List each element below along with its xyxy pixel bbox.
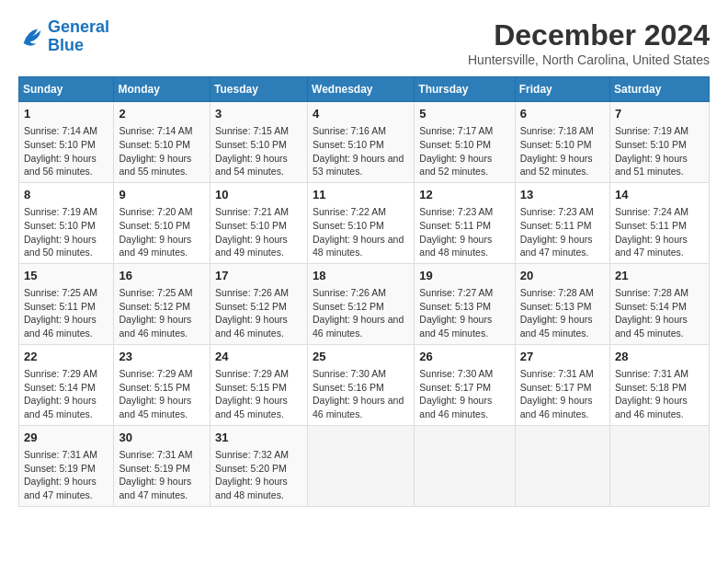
- daylight-label: Daylight: 9 hours and 55 minutes.: [119, 153, 191, 178]
- daylight-label: Daylight: 9 hours and 46 minutes.: [119, 314, 191, 339]
- daylight-label: Daylight: 9 hours and 52 minutes.: [520, 153, 593, 178]
- day-number: 24: [215, 349, 302, 365]
- sunrise-label: Sunrise: 7:19 AM: [615, 125, 688, 136]
- daylight-label: Daylight: 9 hours and 50 minutes.: [24, 234, 97, 259]
- sunrise-label: Sunrise: 7:26 AM: [215, 287, 289, 298]
- sunset-label: Sunset: 5:12 PM: [215, 301, 287, 312]
- day-number: 27: [520, 349, 605, 365]
- calendar-cell: 13Sunrise: 7:23 AMSunset: 5:11 PMDayligh…: [515, 182, 609, 263]
- sunrise-label: Sunrise: 7:19 AM: [24, 206, 97, 217]
- calendar-cell: 28Sunrise: 7:31 AMSunset: 5:18 PMDayligh…: [610, 344, 710, 425]
- daylight-label: Daylight: 9 hours and 45 minutes.: [24, 395, 97, 419]
- calendar-week-row: 8Sunrise: 7:19 AMSunset: 5:10 PMDaylight…: [19, 182, 710, 263]
- day-number: 29: [24, 430, 108, 446]
- sunrise-label: Sunrise: 7:25 AM: [24, 287, 97, 298]
- daylight-label: Daylight: 9 hours and 45 minutes.: [215, 395, 288, 419]
- calendar-cell: 21Sunrise: 7:28 AMSunset: 5:14 PMDayligh…: [610, 263, 710, 344]
- col-monday: Monday: [114, 77, 210, 102]
- sunset-label: Sunset: 5:10 PM: [313, 139, 384, 150]
- day-number: 28: [615, 349, 704, 365]
- day-number: 2: [119, 106, 205, 122]
- col-tuesday: Tuesday: [210, 77, 308, 102]
- day-number: 6: [520, 106, 605, 122]
- day-number: 30: [119, 430, 205, 446]
- sunset-label: Sunset: 5:10 PM: [520, 139, 592, 150]
- daylight-label: Daylight: 9 hours and 47 minutes.: [615, 234, 688, 259]
- calendar-cell: 19Sunrise: 7:27 AMSunset: 5:13 PMDayligh…: [415, 263, 515, 344]
- calendar-cell: 25Sunrise: 7:30 AMSunset: 5:16 PMDayligh…: [308, 344, 415, 425]
- header: General Blue December 2024 Huntersville,…: [18, 18, 710, 67]
- sunrise-label: Sunrise: 7:31 AM: [24, 449, 97, 460]
- day-number: 10: [215, 187, 302, 203]
- day-number: 21: [615, 268, 704, 284]
- sunset-label: Sunset: 5:10 PM: [119, 220, 190, 231]
- sunrise-label: Sunrise: 7:14 AM: [119, 125, 192, 136]
- sunset-label: Sunset: 5:19 PM: [24, 463, 96, 474]
- calendar-cell: 24Sunrise: 7:29 AMSunset: 5:15 PMDayligh…: [210, 344, 308, 425]
- sunset-label: Sunset: 5:11 PM: [615, 220, 687, 231]
- day-number: 18: [313, 268, 409, 284]
- daylight-label: Daylight: 9 hours and 48 minutes.: [215, 476, 288, 500]
- sunrise-label: Sunrise: 7:15 AM: [215, 125, 289, 136]
- calendar-cell: 31Sunrise: 7:32 AMSunset: 5:20 PMDayligh…: [210, 425, 308, 506]
- calendar-cell: 2Sunrise: 7:14 AMSunset: 5:10 PMDaylight…: [114, 102, 210, 183]
- day-number: 15: [24, 268, 108, 284]
- sunrise-label: Sunrise: 7:22 AM: [313, 206, 386, 217]
- sunrise-label: Sunrise: 7:31 AM: [615, 368, 688, 379]
- sunset-label: Sunset: 5:12 PM: [119, 301, 190, 312]
- daylight-label: Daylight: 9 hours and 47 minutes.: [520, 234, 593, 259]
- calendar-cell: 7Sunrise: 7:19 AMSunset: 5:10 PMDaylight…: [610, 102, 710, 183]
- calendar-header-row: Sunday Monday Tuesday Wednesday Thursday…: [19, 77, 710, 102]
- daylight-label: Daylight: 9 hours and 47 minutes.: [119, 476, 191, 500]
- calendar-cell: 9Sunrise: 7:20 AMSunset: 5:10 PMDaylight…: [114, 182, 210, 263]
- sunrise-label: Sunrise: 7:21 AM: [215, 206, 289, 217]
- sunrise-label: Sunrise: 7:30 AM: [313, 368, 386, 379]
- calendar-cell: [515, 425, 609, 506]
- col-saturday: Saturday: [610, 77, 710, 102]
- col-wednesday: Wednesday: [308, 77, 415, 102]
- logo: General Blue: [18, 18, 109, 55]
- calendar-cell: 10Sunrise: 7:21 AMSunset: 5:10 PMDayligh…: [210, 182, 308, 263]
- day-number: 16: [119, 268, 205, 284]
- sunrise-label: Sunrise: 7:25 AM: [119, 287, 192, 298]
- day-number: 13: [520, 187, 605, 203]
- sunrise-label: Sunrise: 7:29 AM: [215, 368, 289, 379]
- month-title: December 2024: [468, 18, 710, 52]
- sunrise-label: Sunrise: 7:18 AM: [520, 125, 594, 136]
- day-number: 12: [419, 187, 509, 203]
- calendar-cell: 5Sunrise: 7:17 AMSunset: 5:10 PMDaylight…: [415, 102, 515, 183]
- calendar-cell: 26Sunrise: 7:30 AMSunset: 5:17 PMDayligh…: [415, 344, 515, 425]
- col-thursday: Thursday: [415, 77, 515, 102]
- daylight-label: Daylight: 9 hours and 46 minutes.: [313, 314, 404, 339]
- daylight-label: Daylight: 9 hours and 46 minutes.: [215, 314, 288, 339]
- daylight-label: Daylight: 9 hours and 52 minutes.: [419, 153, 492, 178]
- logo-icon: [18, 24, 44, 50]
- sunrise-label: Sunrise: 7:23 AM: [520, 206, 594, 217]
- col-friday: Friday: [515, 77, 609, 102]
- title-block: December 2024 Huntersville, North Caroli…: [468, 18, 710, 67]
- calendar-week-row: 22Sunrise: 7:29 AMSunset: 5:14 PMDayligh…: [19, 344, 710, 425]
- sunset-label: Sunset: 5:15 PM: [215, 382, 287, 393]
- daylight-label: Daylight: 9 hours and 56 minutes.: [24, 153, 97, 178]
- calendar-table: Sunday Monday Tuesday Wednesday Thursday…: [18, 76, 710, 507]
- day-number: 22: [24, 349, 108, 365]
- calendar-cell: 11Sunrise: 7:22 AMSunset: 5:10 PMDayligh…: [308, 182, 415, 263]
- sunrise-label: Sunrise: 7:30 AM: [419, 368, 493, 379]
- daylight-label: Daylight: 9 hours and 46 minutes.: [520, 395, 593, 419]
- sunrise-label: Sunrise: 7:16 AM: [313, 125, 386, 136]
- sunset-label: Sunset: 5:10 PM: [215, 139, 287, 150]
- calendar-cell: 14Sunrise: 7:24 AMSunset: 5:11 PMDayligh…: [610, 182, 710, 263]
- sunrise-label: Sunrise: 7:29 AM: [119, 368, 192, 379]
- calendar-cell: 23Sunrise: 7:29 AMSunset: 5:15 PMDayligh…: [114, 344, 210, 425]
- logo-text: General Blue: [48, 18, 109, 55]
- calendar-cell: [610, 425, 710, 506]
- sunrise-label: Sunrise: 7:26 AM: [313, 287, 386, 298]
- sunrise-label: Sunrise: 7:27 AM: [419, 287, 493, 298]
- sunset-label: Sunset: 5:13 PM: [419, 301, 491, 312]
- col-sunday: Sunday: [19, 77, 114, 102]
- daylight-label: Daylight: 9 hours and 53 minutes.: [313, 153, 404, 178]
- day-number: 20: [520, 268, 605, 284]
- sunset-label: Sunset: 5:10 PM: [24, 139, 96, 150]
- day-number: 8: [24, 187, 108, 203]
- day-number: 23: [119, 349, 205, 365]
